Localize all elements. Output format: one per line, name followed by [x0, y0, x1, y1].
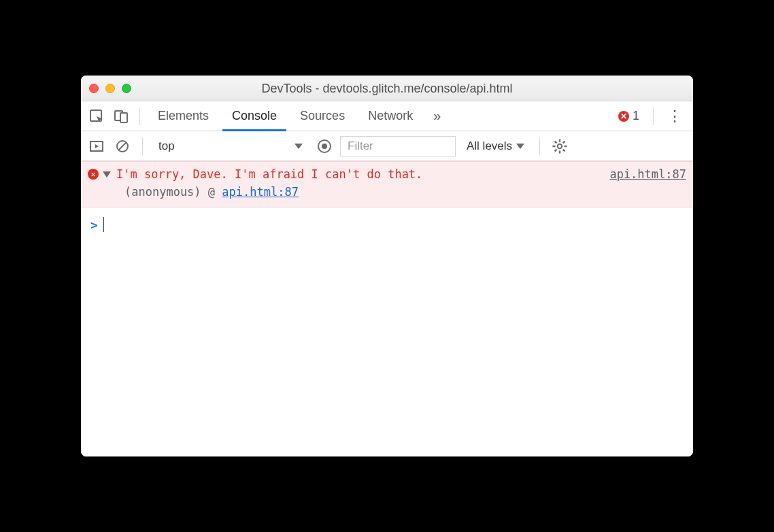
svg-line-14	[563, 149, 565, 151]
titlebar: DevTools - devtools.glitch.me/console/ap…	[81, 76, 693, 101]
minimize-window-button[interactable]	[105, 84, 115, 93]
error-source-link[interactable]: api.html:87	[609, 167, 686, 181]
log-levels-value: All levels	[467, 139, 512, 153]
svg-line-15	[555, 149, 557, 151]
console-error-entry[interactable]: ✕ I'm sorry, Dave. I'm afraid I can't do…	[81, 161, 693, 207]
chevron-down-icon	[295, 144, 303, 149]
close-window-button[interactable]	[89, 84, 99, 93]
context-select[interactable]: top	[152, 136, 309, 156]
devtools-window: DevTools - devtools.glitch.me/console/ap…	[81, 76, 693, 456]
trace-function: (anonymous)	[124, 185, 201, 199]
svg-rect-2	[120, 113, 127, 122]
console-prompt[interactable]: >	[81, 207, 693, 242]
inspect-icon[interactable]	[86, 106, 107, 127]
error-count: 1	[633, 109, 639, 123]
more-tabs-button[interactable]: »	[426, 108, 448, 124]
separator	[142, 137, 143, 155]
tab-sources[interactable]: Sources	[290, 101, 354, 131]
context-select-value: top	[158, 139, 175, 153]
error-icon: ✕	[88, 169, 99, 180]
chevron-down-icon	[516, 144, 524, 149]
live-expression-icon[interactable]	[314, 136, 335, 156]
trace-source-link[interactable]: api.html:87	[222, 185, 299, 199]
log-levels-select[interactable]: All levels	[461, 139, 530, 153]
console-output: ✕ I'm sorry, Dave. I'm afraid I can't do…	[81, 161, 693, 456]
svg-point-7	[322, 144, 327, 149]
window-controls	[89, 84, 131, 93]
console-toolbar: top All levels	[81, 131, 693, 161]
toggle-sidebar-icon[interactable]	[86, 136, 107, 156]
tab-network[interactable]: Network	[358, 101, 422, 131]
svg-line-16	[563, 141, 565, 143]
svg-line-13	[555, 141, 557, 143]
main-tabbar: Elements Console Sources Network » ✕ 1 ⋮	[81, 101, 693, 131]
device-toggle-icon[interactable]	[111, 106, 131, 127]
error-count-badge[interactable]: ✕ 1	[613, 109, 645, 123]
separator	[653, 107, 654, 125]
separator	[539, 137, 540, 155]
prompt-chevron-icon: >	[90, 218, 98, 232]
tab-console[interactable]: Console	[222, 101, 286, 131]
separator	[139, 107, 140, 125]
filter-input[interactable]	[340, 136, 456, 156]
error-icon: ✕	[618, 111, 629, 122]
zoom-window-button[interactable]	[122, 84, 131, 93]
window-title: DevTools - devtools.glitch.me/console/ap…	[261, 81, 512, 95]
clear-console-icon[interactable]	[112, 136, 133, 156]
svg-point-8	[558, 144, 562, 148]
stack-trace: (anonymous) @ api.html:87	[124, 185, 686, 199]
expand-caret-icon[interactable]	[103, 171, 111, 178]
console-settings-icon[interactable]	[550, 136, 570, 156]
settings-menu-button[interactable]: ⋮	[662, 107, 688, 125]
error-message: I'm sorry, Dave. I'm afraid I can't do t…	[116, 167, 607, 181]
svg-line-5	[118, 142, 127, 150]
trace-at: @	[208, 185, 215, 199]
text-cursor	[103, 217, 105, 232]
tab-elements[interactable]: Elements	[148, 101, 218, 131]
